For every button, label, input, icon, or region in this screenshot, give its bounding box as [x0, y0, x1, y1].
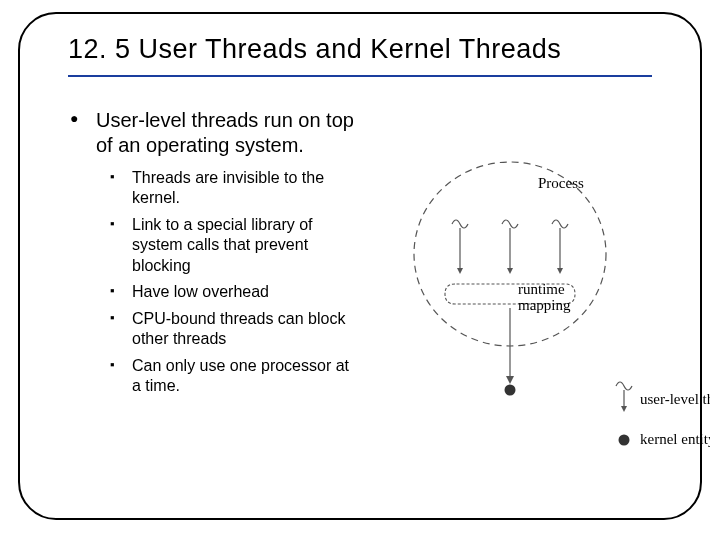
process-label: Process [538, 175, 584, 191]
sub-bullet-text: Threads are invisible to the kernel. [132, 169, 324, 206]
user-thread-icon [452, 220, 468, 274]
slide-title: 12. 5 User Threads and Kernel Threads [68, 34, 652, 77]
sub-bullet: Can only use one processor at a time. [110, 356, 360, 397]
legend-kernel-entity-label: kernel entity [640, 431, 710, 447]
slide-frame: 12. 5 User Threads and Kernel Threads Us… [18, 12, 702, 520]
bullet-main: User-level threads run on top of an oper… [68, 108, 360, 397]
thread-diagram: Process ru [410, 144, 710, 484]
bullet-main-text: User-level threads run on top of an oper… [96, 109, 354, 156]
slide: 12. 5 User Threads and Kernel Threads Us… [0, 0, 720, 540]
user-thread-icon [552, 220, 568, 274]
runtime-label-1: runtime [518, 281, 565, 297]
sub-bullet-text: CPU-bound threads can block other thread… [132, 310, 345, 347]
sub-bullet: Have low overhead [110, 282, 360, 302]
sub-bullet-text: Link to a special library of system call… [132, 216, 313, 274]
sub-bullet: CPU-bound threads can block other thread… [110, 309, 360, 350]
legend-user-thread-label: user-level thread [640, 391, 710, 407]
sub-bullet: Link to a special library of system call… [110, 215, 360, 276]
diagram-svg: Process ru [410, 144, 710, 484]
sub-bullet-text: Have low overhead [132, 283, 269, 300]
legend-kernel-dot-icon [619, 435, 630, 446]
text-content: User-level threads run on top of an oper… [68, 108, 360, 488]
kernel-entity-dot-icon [505, 385, 516, 396]
arrowhead-icon [506, 376, 514, 384]
user-thread-icon [502, 220, 518, 274]
runtime-label-2: mapping [518, 297, 571, 313]
legend-user-thread [616, 382, 632, 412]
sub-bullet: Threads are invisible to the kernel. [110, 168, 360, 209]
sub-bullet-text: Can only use one processor at a time. [132, 357, 349, 394]
